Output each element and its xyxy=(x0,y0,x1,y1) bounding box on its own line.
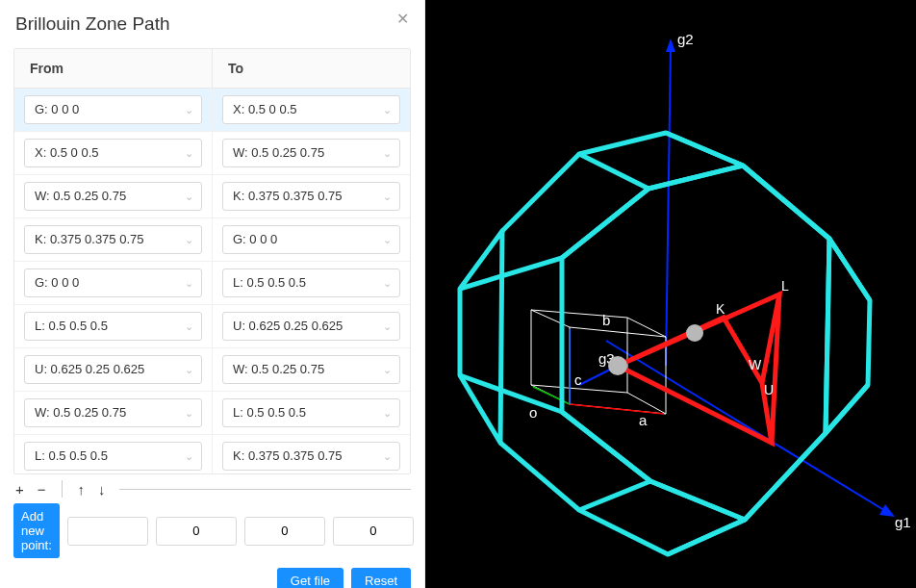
point-L: L xyxy=(781,278,789,294)
axis-g1-label: g1 xyxy=(895,514,911,530)
cell-to: K: 0.375 0.375 0.75⌄ xyxy=(213,175,410,217)
from-select[interactable]: U: 0.625 0.25 0.625⌄ xyxy=(24,355,202,384)
cell-from: X: 0.5 0 0.5⌄ xyxy=(14,132,213,174)
table-row[interactable]: X: 0.5 0 0.5⌄W: 0.5 0.25 0.75⌄ xyxy=(14,132,410,175)
chevron-down-icon: ⌄ xyxy=(185,96,193,123)
svg-marker-0 xyxy=(579,133,743,189)
to-select[interactable]: X: 0.5 0 0.5⌄ xyxy=(222,95,400,124)
coord-x-input[interactable] xyxy=(156,517,237,546)
svg-line-13 xyxy=(666,133,743,166)
table-row[interactable]: U: 0.625 0.25 0.625⌄W: 0.5 0.25 0.75⌄ xyxy=(14,348,410,392)
svg-marker-1 xyxy=(579,481,745,554)
table-body: G: 0 0 0⌄X: 0.5 0 0.5⌄X: 0.5 0 0.5⌄W: 0.… xyxy=(14,89,410,473)
table-row[interactable]: L: 0.5 0.5 0.5⌄U: 0.625 0.25 0.625⌄ xyxy=(14,305,410,348)
point-W: W xyxy=(749,357,762,372)
cell-to: K: 0.375 0.375 0.75⌄ xyxy=(213,435,410,473)
from-select[interactable]: X: 0.5 0 0.5⌄ xyxy=(24,139,202,167)
to-select[interactable]: L: 0.5 0.5 0.5⌄ xyxy=(222,268,400,297)
to-select[interactable]: W: 0.5 0.25 0.75⌄ xyxy=(222,355,400,384)
chevron-down-icon: ⌄ xyxy=(185,183,193,210)
chevron-down-icon: ⌄ xyxy=(185,140,193,166)
axis-g2-arrow xyxy=(666,38,675,52)
table-header: From To xyxy=(14,49,410,89)
chevron-down-icon: ⌄ xyxy=(383,313,392,340)
table-row[interactable]: W: 0.5 0.25 0.75⌄L: 0.5 0.5 0.5⌄ xyxy=(14,392,410,435)
svg-line-16 xyxy=(826,385,868,433)
cell-to: L: 0.5 0.5 0.5⌄ xyxy=(213,262,410,304)
vector-c-label: c xyxy=(574,371,582,388)
cell-from: K: 0.375 0.375 0.75⌄ xyxy=(14,218,213,261)
add-row-button[interactable]: + xyxy=(15,481,24,498)
table-row[interactable]: G: 0 0 0⌄L: 0.5 0.5 0.5⌄ xyxy=(14,262,410,305)
vector-a-label: a xyxy=(639,412,648,428)
chevron-down-icon: ⌄ xyxy=(185,356,193,383)
col-to: To xyxy=(213,49,410,88)
cell-from: U: 0.625 0.25 0.625⌄ xyxy=(14,348,213,391)
from-select[interactable]: G: 0 0 0⌄ xyxy=(24,268,202,297)
close-icon[interactable]: ✕ xyxy=(396,10,409,28)
to-select[interactable]: G: 0 0 0⌄ xyxy=(222,225,400,254)
chevron-down-icon: ⌄ xyxy=(383,356,392,383)
footer-buttons: Get file Reset xyxy=(13,568,411,588)
to-select[interactable]: U: 0.625 0.25 0.625⌄ xyxy=(222,312,400,341)
move-up-button[interactable]: ↑ xyxy=(78,481,86,498)
get-file-button[interactable]: Get file xyxy=(277,568,344,588)
svg-marker-4 xyxy=(562,166,829,520)
midpoint-sphere xyxy=(686,324,703,342)
chevron-down-icon: ⌄ xyxy=(383,443,392,470)
coord-y-input[interactable] xyxy=(244,517,325,546)
cell-from: G: 0 0 0⌄ xyxy=(14,89,213,131)
table-row[interactable]: K: 0.375 0.375 0.75⌄G: 0 0 0⌄ xyxy=(14,218,410,262)
vector-a xyxy=(570,404,664,414)
remove-row-button[interactable]: − xyxy=(38,481,46,498)
svg-line-15 xyxy=(829,239,870,300)
vector-b-label: b xyxy=(602,312,610,328)
svg-line-7 xyxy=(460,258,562,289)
reset-button[interactable]: Reset xyxy=(351,568,411,588)
row-toolbar: + − ↑ ↓ xyxy=(15,480,411,498)
from-select[interactable]: W: 0.5 0.25 0.75⌄ xyxy=(24,398,202,427)
chevron-down-icon: ⌄ xyxy=(383,183,392,210)
move-down-button[interactable]: ↓ xyxy=(98,481,106,498)
axis-g2-label: g2 xyxy=(677,31,694,47)
cell-from: G: 0 0 0⌄ xyxy=(14,262,213,304)
coord-z-input[interactable] xyxy=(333,517,414,546)
cell-to: W: 0.5 0.25 0.75⌄ xyxy=(213,132,410,174)
chevron-down-icon: ⌄ xyxy=(383,140,392,166)
bz-3d-viewer[interactable]: g2 g1 g3 a c b o xyxy=(425,0,916,588)
svg-line-11 xyxy=(743,166,829,239)
cell-to: L: 0.5 0.5 0.5⌄ xyxy=(213,392,410,434)
chevron-down-icon: ⌄ xyxy=(185,399,193,426)
point-name-input[interactable] xyxy=(67,517,148,546)
gamma-sphere xyxy=(608,356,627,375)
from-select[interactable]: K: 0.375 0.375 0.75⌄ xyxy=(24,225,202,254)
table-row[interactable]: L: 0.5 0.5 0.5⌄K: 0.375 0.375 0.75⌄ xyxy=(14,435,410,473)
axis-g2 xyxy=(666,46,671,366)
chevron-down-icon: ⌄ xyxy=(383,226,392,253)
cell-from: W: 0.5 0.25 0.75⌄ xyxy=(14,175,213,217)
table-row[interactable]: G: 0 0 0⌄X: 0.5 0 0.5⌄ xyxy=(14,89,410,132)
from-select[interactable]: L: 0.5 0.5 0.5⌄ xyxy=(24,312,202,341)
svg-line-10 xyxy=(562,412,650,481)
from-select[interactable]: L: 0.5 0.5 0.5⌄ xyxy=(24,442,202,471)
origin-label: o xyxy=(529,404,537,421)
to-select[interactable]: L: 0.5 0.5 0.5⌄ xyxy=(222,398,400,427)
to-select[interactable]: W: 0.5 0.25 0.75⌄ xyxy=(222,139,400,167)
from-select[interactable]: W: 0.5 0.25 0.75⌄ xyxy=(24,182,202,211)
cell-from: L: 0.5 0.5 0.5⌄ xyxy=(14,435,213,473)
svg-line-9 xyxy=(500,443,579,510)
point-K: K xyxy=(716,301,725,317)
cell-to: W: 0.5 0.25 0.75⌄ xyxy=(213,348,410,391)
path-table: From To G: 0 0 0⌄X: 0.5 0 0.5⌄X: 0.5 0 0… xyxy=(13,48,411,474)
axis-g1-arrow xyxy=(879,504,895,517)
cell-from: L: 0.5 0.5 0.5⌄ xyxy=(14,305,213,347)
from-select[interactable]: G: 0 0 0⌄ xyxy=(24,95,202,124)
to-select[interactable]: K: 0.375 0.375 0.75⌄ xyxy=(222,442,400,471)
chevron-down-icon: ⌄ xyxy=(383,269,392,296)
axis-g1 xyxy=(606,341,887,512)
to-select[interactable]: K: 0.375 0.375 0.75⌄ xyxy=(222,182,400,211)
chevron-down-icon: ⌄ xyxy=(185,313,193,340)
table-row[interactable]: W: 0.5 0.25 0.75⌄K: 0.375 0.375 0.75⌄ xyxy=(14,175,410,218)
chevron-down-icon: ⌄ xyxy=(185,269,193,296)
cell-to: G: 0 0 0⌄ xyxy=(213,218,410,261)
